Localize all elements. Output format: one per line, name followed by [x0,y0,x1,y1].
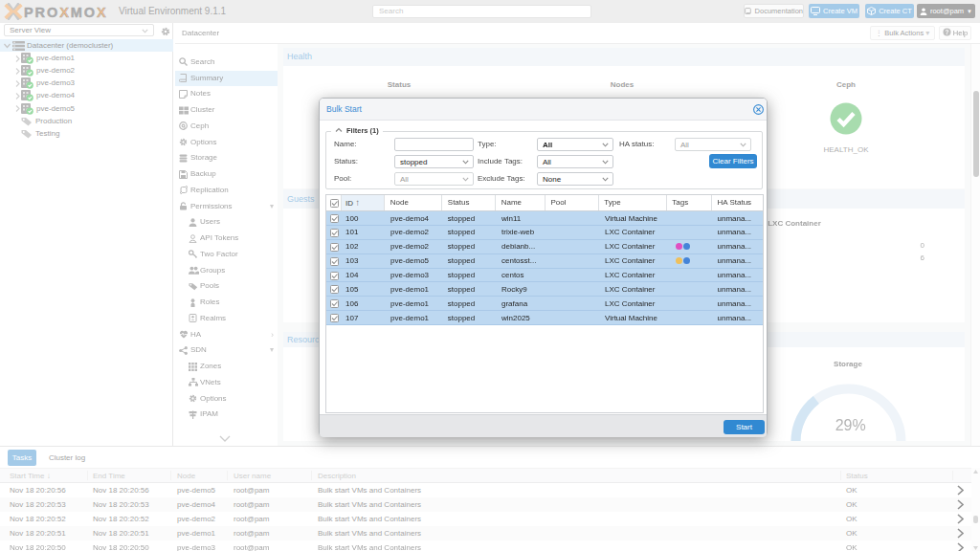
svg-text:?: ? [945,29,948,35]
svg-text:29%: 29% [835,417,866,433]
